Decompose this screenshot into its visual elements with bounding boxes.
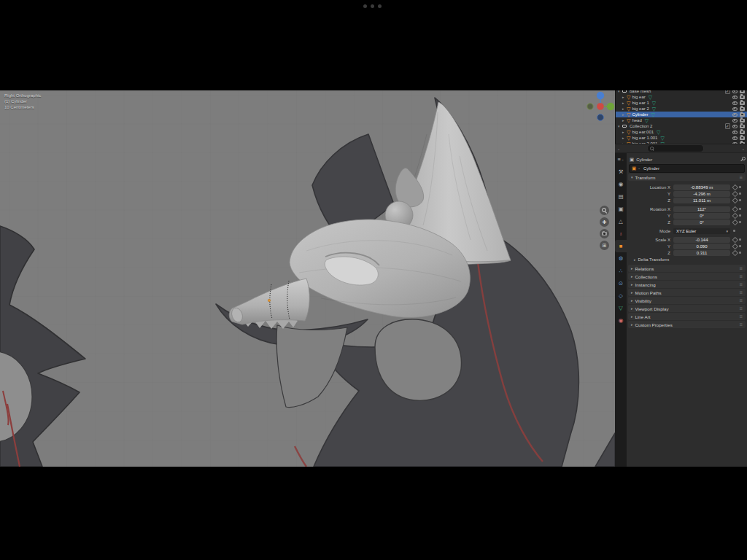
decorator-icon[interactable] — [739, 245, 741, 247]
tab-particles[interactable]: ∴ — [615, 265, 627, 277]
decorator-icon[interactable] — [739, 199, 741, 201]
tab-material[interactable]: ◉ — [615, 314, 627, 327]
decorator-icon[interactable] — [739, 252, 741, 254]
eye-icon[interactable] — [732, 125, 738, 128]
search-input[interactable] — [655, 146, 699, 152]
scale-x-field[interactable]: -0.144 — [673, 237, 730, 243]
outliner-row-big-ear-1-001[interactable]: ▸ ▽ big ear 1.001 ▽ — [616, 135, 747, 141]
window-controls[interactable] — [363, 4, 382, 8]
eye-icon[interactable] — [732, 113, 738, 117]
keyframe-icon[interactable] — [732, 191, 738, 197]
outliner-row-big-ear-001[interactable]: ▸ ▽ big ear.001 ▽ — [616, 129, 747, 135]
keyframe-icon[interactable] — [732, 206, 738, 212]
properties-search[interactable] — [647, 144, 704, 152]
panel-section-collections[interactable]: ▸Collections☰ — [628, 273, 746, 280]
outliner-row-big-ear-1[interactable]: ▸ ▽ big ear 1 ▽ — [616, 100, 747, 106]
eye-icon[interactable] — [732, 136, 738, 140]
panel-menu-icon[interactable]: ☰ — [740, 175, 743, 179]
eye-icon[interactable] — [732, 131, 738, 134]
decorator-icon[interactable] — [739, 186, 741, 188]
eye-icon[interactable] — [732, 107, 738, 111]
scale-y-field[interactable]: 0.090 — [673, 244, 730, 249]
decorator-icon[interactable] — [739, 192, 741, 195]
eye-icon[interactable] — [732, 96, 738, 99]
filter-chevron-icon[interactable]: ⌄ — [742, 147, 745, 151]
object-name-field[interactable]: ▣ ⌄ Cylinder — [629, 164, 745, 173]
checkbox-icon[interactable] — [725, 123, 731, 129]
eye-icon[interactable] — [732, 119, 738, 122]
camera-icon[interactable] — [740, 125, 745, 128]
camera-view-button[interactable] — [600, 229, 609, 238]
zoom-button[interactable] — [600, 206, 609, 215]
panel-menu-icon[interactable]: ☰ — [740, 282, 743, 287]
tab-scene[interactable]: △ — [615, 215, 627, 228]
3d-viewport[interactable]: Right Orthographic (1) Cylinder 10 Centi… — [0, 90, 615, 467]
tab-output[interactable]: ▤ — [615, 190, 627, 203]
panel-menu-icon[interactable]: ☰ — [740, 306, 743, 311]
camera-icon[interactable] — [740, 113, 745, 117]
checkbox-icon[interactable] — [725, 90, 731, 94]
perspective-toggle-button[interactable]: ⊞ — [600, 241, 609, 250]
camera-icon[interactable] — [740, 131, 745, 134]
tab-constraints[interactable]: ◇ — [615, 289, 627, 302]
panel-menu-icon[interactable]: ☰ — [740, 322, 743, 327]
panel-section-relations[interactable]: ▸Relations☰ — [628, 265, 746, 272]
eye-icon[interactable] — [732, 101, 738, 105]
pin-icon[interactable] — [740, 157, 744, 162]
location-y-field[interactable]: -4.296 m — [673, 191, 730, 197]
camera-icon[interactable] — [740, 119, 745, 122]
rotation-mode-dropdown[interactable]: XYZ Euler — [673, 228, 730, 234]
tab-view-layer[interactable]: ▣ — [615, 203, 627, 215]
decorator-icon[interactable] — [739, 208, 741, 210]
panel-section-visibility[interactable]: ▸Visibility☰ — [628, 297, 746, 304]
tab-editor-type-selector[interactable]: ≡⌄ — [615, 153, 627, 166]
decorator-icon[interactable] — [739, 221, 741, 223]
navigation-gizmo[interactable] — [581, 90, 615, 122]
outliner-row-cylinder-selected[interactable]: ▸ ▽ Cylinder ▽ — [616, 112, 747, 117]
camera-icon[interactable] — [740, 101, 745, 105]
eye-icon[interactable] — [732, 90, 738, 93]
rotation-y-field[interactable]: 0° — [673, 213, 730, 219]
editor-menu-chevron-icon[interactable]: ⌄ — [617, 147, 620, 151]
tab-object-data[interactable]: ▽ — [615, 302, 627, 314]
delta-transform-subpanel[interactable]: ▸ Delta Transform — [627, 256, 746, 262]
keyframe-icon[interactable] — [732, 184, 738, 190]
outliner-row-head[interactable]: ▸ ▽ head ▽ — [616, 117, 747, 123]
camera-icon[interactable] — [740, 90, 745, 93]
keyframe-icon[interactable] — [732, 219, 738, 225]
keyframe-icon[interactable] — [732, 198, 738, 203]
rotation-z-field[interactable]: 0° — [673, 219, 730, 225]
location-x-field[interactable]: -0.88349 m — [673, 184, 730, 190]
location-z-field[interactable]: 11.011 m — [673, 198, 730, 203]
keyframe-icon[interactable] — [732, 237, 738, 243]
panel-section-instancing[interactable]: ▸Instancing☰ — [628, 281, 746, 288]
pan-button[interactable]: ✚ — [600, 217, 609, 227]
panel-section-motion-paths[interactable]: ▸Motion Paths☰ — [628, 289, 746, 296]
panel-menu-icon[interactable]: ☰ — [740, 266, 743, 271]
transform-panel-header[interactable]: ▾ Transform ☰ — [628, 174, 746, 181]
panel-section-line-art[interactable]: ▸Line Art☰ — [628, 313, 746, 320]
camera-icon[interactable] — [740, 96, 745, 99]
outliner-row-big-ear-2[interactable]: ▸ ▽ big ear 2 ▽ — [616, 106, 747, 112]
panel-menu-icon[interactable]: ☰ — [740, 314, 743, 319]
panel-section-custom-properties[interactable]: ▸Custom Properties☰ — [628, 321, 746, 328]
panel-menu-icon[interactable]: ☰ — [740, 290, 743, 295]
decorator-icon[interactable] — [733, 230, 735, 232]
viewport-canvas[interactable] — [0, 90, 615, 467]
tab-tool[interactable]: ⚒ — [615, 166, 627, 178]
outliner-row-collection-2[interactable]: ▾ Collection 2 — [616, 123, 747, 129]
rotation-x-field[interactable]: 112° — [673, 206, 730, 212]
panel-section-viewport-display[interactable]: ▸Viewport Display☰ — [628, 305, 746, 312]
tab-modifiers[interactable]: ⚙ — [615, 252, 627, 265]
tab-object-properties-active[interactable]: ■ — [615, 240, 627, 252]
outliner-row-big-ear[interactable]: ▸ ▽ big ear ▽ — [616, 94, 747, 100]
decorator-icon[interactable] — [739, 238, 741, 241]
tab-render[interactable]: ◉ — [615, 178, 627, 190]
tab-physics[interactable]: ⊙ — [615, 277, 627, 289]
keyframe-icon[interactable] — [732, 213, 738, 219]
camera-icon[interactable] — [740, 107, 745, 111]
tab-world[interactable]: ♁ — [615, 228, 627, 240]
scale-z-field[interactable]: 0.311 — [673, 250, 730, 256]
panel-menu-icon[interactable]: ☰ — [740, 298, 743, 303]
keyframe-icon[interactable] — [732, 244, 738, 249]
